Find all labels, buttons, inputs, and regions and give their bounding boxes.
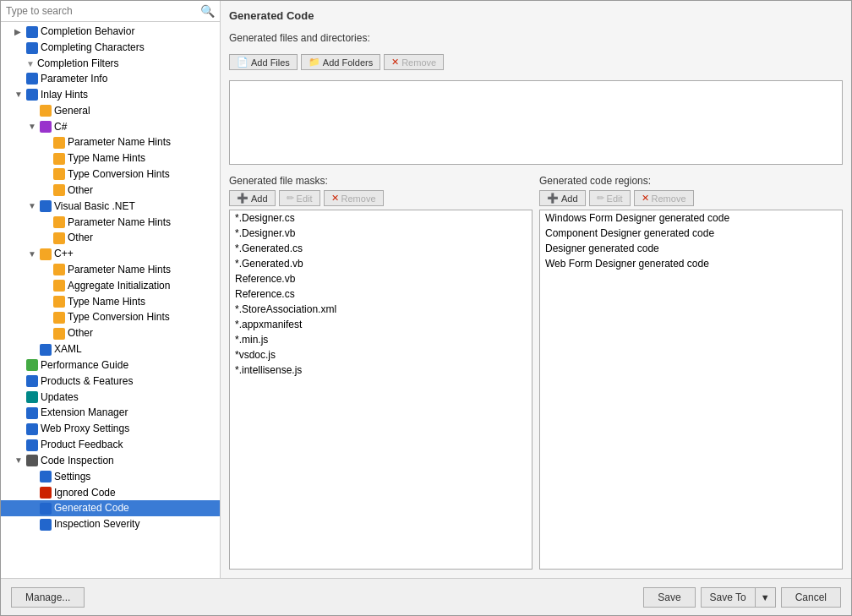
list-item[interactable]: *.Generated.vb: [230, 256, 532, 271]
files-remove-button[interactable]: ✕ Remove: [384, 54, 444, 70]
search-box[interactable]: 🔍: [1, 1, 220, 22]
item-icon: [26, 455, 41, 467]
list-item[interactable]: *vsdoc.js: [230, 347, 532, 363]
item-label: Completing Characters: [41, 41, 145, 53]
tree-item-extension-manager[interactable]: Extension Manager: [1, 405, 220, 421]
code-regions-label: Generated code regions:: [539, 175, 843, 187]
tree-item-ignored-code[interactable]: Ignored Code: [1, 484, 220, 500]
item-label: Other: [68, 327, 93, 339]
add-folders-button[interactable]: 📁 Add Folders: [301, 54, 380, 70]
item-label: Aggregate Initialization: [68, 280, 170, 292]
regions-edit-button[interactable]: ✏ Edit: [589, 190, 631, 206]
tree-item-xaml[interactable]: XAML: [1, 341, 220, 357]
add-files-button[interactable]: 📄 Add Files: [229, 54, 298, 70]
tree-item-csharp[interactable]: ▼C#: [1, 118, 220, 134]
tree-item-generated-code[interactable]: Generated Code: [1, 500, 220, 516]
item-label: General: [54, 105, 90, 117]
tree-item-vb[interactable]: ▼Visual Basic .NET: [1, 198, 220, 214]
dialog: 🔍 ▶Completion BehaviorCompleting Charact…: [0, 0, 852, 616]
tree-item-inlay-hints[interactable]: ▼Inlay Hints: [1, 86, 220, 102]
tree-item-web-proxy[interactable]: Web Proxy Settings: [1, 421, 220, 437]
item-icon: ▼: [26, 57, 37, 69]
tree-item-csharp-conversion[interactable]: Type Conversion Hints: [1, 166, 220, 183]
item-label: Code Inspection: [41, 455, 114, 466]
tree-item-cpp-typename[interactable]: Type Name Hints: [1, 293, 220, 309]
regions-remove-button[interactable]: ✕ Remove: [634, 190, 694, 206]
tree-item-completion-behavior[interactable]: ▶Completion Behavior: [1, 24, 220, 40]
item-label: Parameter Info: [41, 73, 107, 84]
tree-item-completion-filters[interactable]: ▼Completion Filters: [1, 56, 220, 71]
tree-item-products-features[interactable]: Products & Features: [1, 373, 220, 389]
tree-item-vb-other[interactable]: Other: [1, 230, 220, 246]
item-icon: [26, 406, 41, 419]
list-item[interactable]: Reference.cs: [230, 286, 532, 302]
search-input[interactable]: [6, 5, 200, 17]
list-item[interactable]: *.Designer.vb: [230, 226, 532, 241]
tree-item-csharp-param[interactable]: Parameter Name Hints: [1, 134, 220, 150]
item-label: Ignored Code: [54, 487, 116, 499]
list-item[interactable]: *.appxmanifest: [230, 317, 532, 332]
tree-item-cpp-other[interactable]: Other: [1, 325, 220, 341]
list-item[interactable]: Component Designer generated code: [540, 226, 842, 241]
list-item[interactable]: *.StoreAssociation.xml: [230, 302, 532, 317]
regions-add-button[interactable]: ➕ Add: [539, 190, 586, 206]
item-icon: [26, 73, 41, 85]
item-icon: [26, 41, 41, 54]
save-button[interactable]: Save: [643, 587, 695, 608]
tree-item-performance-guide[interactable]: Performance Guide: [1, 357, 220, 373]
masks-remove-button[interactable]: ✕ Remove: [324, 190, 384, 206]
tree-item-updates[interactable]: Updates: [1, 389, 220, 405]
item-label: Type Conversion Hints: [68, 168, 170, 180]
list-item[interactable]: *.Generated.cs: [230, 241, 532, 256]
tree-item-inspection-severity[interactable]: Inspection Severity: [1, 516, 220, 532]
panel-title: Generated Code: [229, 9, 843, 22]
code-regions-section: Generated code regions: ➕ Add ✏ Edit ✕ R: [539, 175, 843, 570]
masks-add-icon: ➕: [237, 193, 248, 204]
tree-item-csharp-typename[interactable]: Type Name Hints: [1, 150, 220, 166]
tree-item-cpp-aggregate[interactable]: Aggregate Initialization: [1, 277, 220, 293]
files-box: [229, 80, 843, 165]
tree-item-cpp-param[interactable]: Parameter Name Hints: [1, 262, 220, 278]
files-label: Generated files and directories:: [229, 32, 843, 44]
expand-icon: ▼: [28, 201, 38, 210]
tree-item-parameter-info[interactable]: Parameter Info: [1, 71, 220, 87]
item-label: Updates: [41, 391, 79, 403]
item-icon: [26, 439, 41, 451]
expand-icon: ▼: [14, 455, 25, 465]
regions-add-icon: ➕: [547, 193, 559, 204]
tree-item-product-feedback[interactable]: Product Feedback: [1, 437, 220, 453]
list-item[interactable]: Designer generated code: [540, 241, 842, 256]
save-to-button[interactable]: Save To: [701, 587, 755, 608]
list-item[interactable]: *.Designer.cs: [230, 210, 532, 226]
item-icon: [53, 327, 68, 340]
item-icon: [40, 518, 54, 531]
list-item[interactable]: *.min.js: [230, 332, 532, 347]
manage-button[interactable]: Manage...: [11, 587, 85, 608]
item-label: Parameter Name Hints: [68, 264, 171, 275]
tree-item-code-inspection[interactable]: ▼Code Inspection: [1, 453, 220, 469]
cancel-button[interactable]: Cancel: [781, 587, 841, 608]
tree-item-cpp-conversion[interactable]: Type Conversion Hints: [1, 309, 220, 325]
tree-item-settings[interactable]: Settings: [1, 468, 220, 484]
tree-item-cpp[interactable]: ▼C++: [1, 246, 220, 262]
item-label: Settings: [54, 471, 90, 482]
masks-edit-button[interactable]: ✏ Edit: [279, 190, 320, 206]
list-item[interactable]: Windows Form Designer generated code: [540, 210, 842, 226]
list-item[interactable]: Reference.vb: [230, 271, 532, 286]
item-icon: [53, 279, 68, 292]
tree-item-vb-param[interactable]: Parameter Name Hints: [1, 214, 220, 230]
tree-item-csharp-other[interactable]: Other: [1, 182, 220, 198]
masks-add-button[interactable]: ➕ Add: [229, 190, 276, 206]
item-icon: [53, 136, 68, 149]
item-label: C++: [54, 248, 74, 259]
list-item[interactable]: *.intellisense.js: [230, 363, 532, 378]
tree-item-general[interactable]: General: [1, 102, 220, 118]
tree: ▶Completion BehaviorCompleting Character…: [1, 22, 220, 578]
item-icon: [26, 88, 41, 101]
search-icon: 🔍: [200, 4, 215, 18]
list-item[interactable]: Web Form Designer generated code: [540, 256, 842, 271]
save-to-arrow-button[interactable]: ▼: [755, 587, 776, 608]
masks-remove-icon: ✕: [331, 193, 339, 204]
expand-icon: ▼: [14, 90, 25, 99]
tree-item-completing-characters[interactable]: Completing Characters: [1, 40, 220, 56]
